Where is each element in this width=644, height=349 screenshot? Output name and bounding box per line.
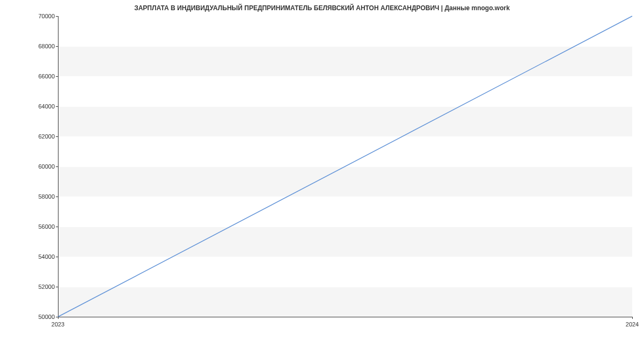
y-tick-label: 58000: [23, 193, 55, 200]
y-tick-label: 56000: [23, 223, 55, 230]
y-tick-mark: [56, 106, 58, 107]
y-tick-mark: [56, 46, 58, 47]
y-tick-mark: [56, 136, 58, 137]
y-tick-label: 52000: [23, 283, 55, 290]
y-tick-mark: [56, 257, 58, 257]
y-tick-label: 70000: [23, 13, 55, 19]
y-tick-label: 62000: [23, 133, 55, 140]
y-tick-mark: [56, 287, 58, 287]
y-tick-mark: [56, 76, 58, 77]
y-tick-mark: [56, 166, 58, 167]
y-tick-label: 54000: [23, 253, 55, 260]
x-tick-mark: [632, 317, 633, 319]
y-tick-label: 66000: [23, 73, 55, 79]
y-tick-mark: [56, 16, 58, 17]
y-tick-label: 64000: [23, 103, 55, 110]
y-tick-label: 68000: [23, 43, 55, 49]
x-axis: [58, 317, 632, 317]
y-tick-label: 50000: [23, 314, 55, 320]
x-tick-mark: [58, 317, 58, 319]
chart-title: ЗАРПЛАТА В ИНДИВИДУАЛЬНЫЙ ПРЕДПРИНИМАТЕЛ…: [0, 4, 644, 12]
y-tick-mark: [56, 197, 58, 197]
line-series: [58, 16, 632, 317]
y-tick-label: 60000: [23, 163, 55, 170]
data-line: [58, 16, 632, 317]
x-tick-label: 2023: [52, 321, 64, 328]
y-tick-mark: [56, 227, 58, 227]
x-tick-label: 2024: [626, 321, 639, 328]
